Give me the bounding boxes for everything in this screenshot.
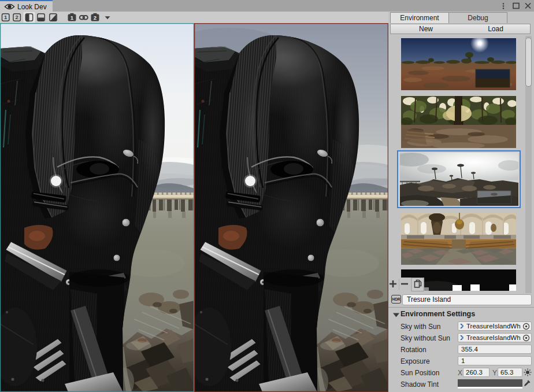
- svg-text:2: 2: [94, 14, 97, 21]
- svg-text:1: 1: [71, 14, 74, 21]
- svg-text:2: 2: [16, 14, 18, 20]
- svg-text:1: 1: [4, 14, 8, 20]
